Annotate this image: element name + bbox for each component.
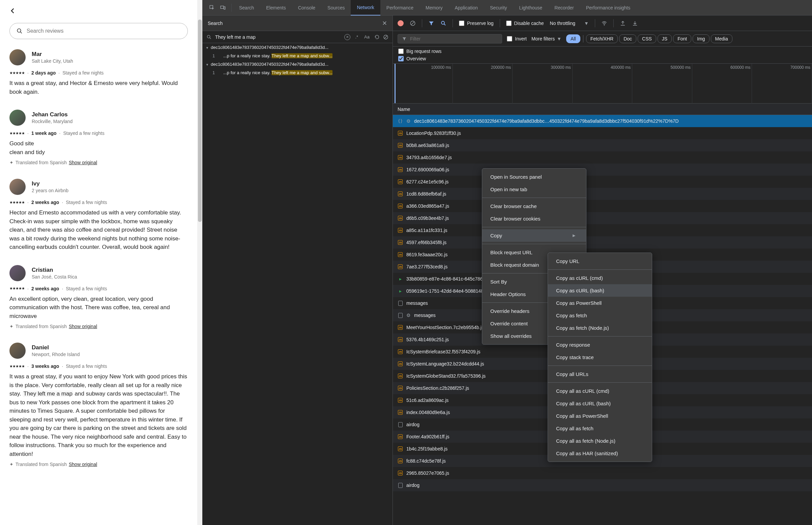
timeline[interactable]: 100000 ms200000 ms300000 ms400000 ms5000… [393, 64, 812, 104]
request-row[interactable]: JSd6b5.c09b3ee4b7.js [393, 212, 812, 224]
cm-fetch[interactable]: Copy as fetch [548, 309, 652, 322]
request-row[interactable]: JS6277.c24e1e5c96.js [393, 176, 812, 188]
cm-clear-cookies[interactable]: Clear browser cookies [482, 212, 586, 225]
big-rows-checkbox[interactable]: Big request rows [398, 48, 807, 54]
cm-fetch-node[interactable]: Copy as fetch (Node.js) [548, 322, 652, 334]
request-row[interactable]: JS1672.6900069a06.js [393, 164, 812, 176]
cm-stack[interactable]: Copy stack trace [548, 351, 652, 363]
avatar[interactable] [10, 109, 26, 126]
case-toggle[interactable]: Aa [363, 34, 371, 40]
search-query-input[interactable] [215, 34, 341, 40]
request-row[interactable]: JS34793.a4b1656de7.js [393, 151, 812, 164]
more-filters-dropdown[interactable]: More filters▼ [531, 36, 561, 42]
review-search-input[interactable] [27, 28, 181, 34]
tab-security[interactable]: Security [484, 0, 513, 15]
tab-sources[interactable]: Sources [321, 0, 351, 15]
throttling-dropdown[interactable]: No throttling▼ [550, 20, 589, 26]
tab-application[interactable]: Application [449, 0, 484, 15]
cm-clear-cache[interactable]: Clear browser cache [482, 200, 586, 212]
tab-network[interactable]: Network [351, 0, 380, 15]
back-button[interactable] [10, 7, 16, 16]
upload-icon[interactable] [620, 20, 626, 26]
tab-recorder[interactable]: Recorder [548, 0, 580, 15]
show-original-link[interactable]: Show original [69, 160, 97, 165]
cm-open-tab[interactable]: Open in new tab [482, 183, 586, 196]
filter-pill-media[interactable]: Media [711, 34, 733, 43]
invert-checkbox[interactable]: Invert [507, 36, 527, 42]
js-icon: JS [398, 337, 403, 342]
record-button[interactable] [397, 20, 404, 26]
request-row[interactable]: JSa85c.a11a1fc331.js [393, 224, 812, 236]
request-row[interactable]: JS4597.ef66b345f8.js [393, 236, 812, 249]
filter-pill-js[interactable]: JS [658, 34, 672, 43]
filter-pill-css[interactable]: CSS [638, 34, 656, 43]
inspect-icon[interactable] [209, 5, 215, 11]
filter-icon[interactable] [428, 20, 434, 26]
avatar[interactable] [10, 49, 26, 65]
request-row[interactable]: {}⚙dec1c8061483e78373602047450322fd474e7… [393, 115, 812, 127]
cm-open-sources[interactable]: Open in Sources panel [482, 170, 586, 183]
reviews-scrollbar[interactable] [197, 0, 202, 525]
close-icon[interactable]: ✕ [382, 19, 387, 27]
request-row[interactable]: JSa366.03ed865a47.js [393, 200, 812, 212]
device-icon[interactable] [220, 5, 226, 11]
cm-all-fetch[interactable]: Copy all as fetch [548, 422, 652, 435]
tab-performance[interactable]: Performance [380, 0, 420, 15]
cm-copy[interactable]: Copy▶ [482, 229, 586, 242]
request-row[interactable]: airdog [393, 479, 812, 491]
request-row[interactable]: JSb0b8.ae63a861a9.js [393, 139, 812, 151]
tab-memory[interactable]: Memory [420, 0, 449, 15]
avatar[interactable] [10, 343, 26, 359]
search-result-file[interactable]: dec1c8061483e78373602047450322fd474e79ba… [202, 60, 392, 69]
overview-checkbox[interactable]: Overview [398, 56, 807, 61]
cm-response[interactable]: Copy response [548, 339, 652, 351]
filter-pill-fetch-xhr[interactable]: Fetch/XHR [586, 34, 618, 43]
table-header-name[interactable]: Name [393, 104, 812, 115]
cm-all-urls[interactable]: Copy all URLs [548, 368, 652, 380]
filter-pill-img[interactable]: Img [693, 34, 709, 43]
clear-search-icon[interactable]: ✕ [344, 34, 350, 40]
preserve-log-checkbox[interactable]: Preserve log [459, 20, 494, 26]
request-row[interactable]: JS1cd8.6d88efb6af.js [393, 188, 812, 200]
clear-icon[interactable] [410, 20, 416, 26]
review-search[interactable] [10, 23, 188, 39]
filter-pill-all[interactable]: All [566, 34, 580, 43]
tab-elements[interactable]: Elements [260, 0, 292, 15]
tab-search[interactable]: Search [233, 0, 260, 15]
request-name: IcSystemBriefcase32.f5573f4209.js [406, 349, 480, 355]
filter-pill-font[interactable]: Font [673, 34, 691, 43]
js-icon: JS [398, 216, 403, 221]
search-result-file[interactable]: dec1c8061483e78373602047450322fd474e79ba… [202, 43, 392, 51]
show-original-link[interactable]: Show original [69, 324, 97, 329]
cm-all-har[interactable]: Copy all as HAR (sanitized) [548, 447, 652, 460]
disable-cache-checkbox[interactable]: Disable cache [506, 20, 544, 26]
request-row[interactable]: JSLocationPdp.9283f1ff30.js [393, 127, 812, 139]
show-original-link[interactable]: Show original [69, 462, 97, 467]
cm-all-curl-cmd[interactable]: Copy all as cURL (cmd) [548, 385, 652, 397]
regex-toggle[interactable]: .* [354, 34, 359, 40]
cm-curl-cmd[interactable]: Copy as cURL (cmd) [548, 272, 652, 284]
cm-all-curl-bash[interactable]: Copy all as cURL (bash) [548, 397, 652, 410]
filter-pill-doc[interactable]: Doc [619, 34, 636, 43]
search-icon[interactable] [440, 20, 447, 26]
request-row[interactable]: JS2965.85027e7065.js [393, 467, 812, 479]
download-icon[interactable] [632, 20, 638, 26]
js-icon: JS [398, 131, 403, 136]
search-result-line[interactable]: 1...p for a really nice stay. They left … [202, 51, 392, 60]
tab-performance-insights[interactable]: Performance insights [580, 0, 637, 15]
cm-powershell[interactable]: Copy as PowerShell [548, 297, 652, 309]
avatar[interactable] [10, 265, 26, 281]
wifi-icon[interactable] [601, 20, 607, 26]
cm-copy-url[interactable]: Copy URL [548, 255, 652, 267]
cancel-icon[interactable] [383, 34, 389, 40]
refresh-icon[interactable] [374, 34, 380, 40]
search-result-line[interactable]: 1...p for a really nice stay. They left … [202, 69, 392, 77]
cm-curl-bash[interactable]: Copy as cURL (bash) [548, 284, 652, 297]
filter-text-input[interactable] [410, 36, 498, 42]
tab-lighthouse[interactable]: Lighthouse [513, 0, 548, 15]
tab-console[interactable]: Console [292, 0, 321, 15]
cm-all-ps[interactable]: Copy all as PowerShell [548, 410, 652, 422]
avatar[interactable] [10, 179, 26, 195]
cm-all-fetch-node[interactable]: Copy all as fetch (Node.js) [548, 435, 652, 447]
filter-input[interactable] [397, 34, 502, 44]
